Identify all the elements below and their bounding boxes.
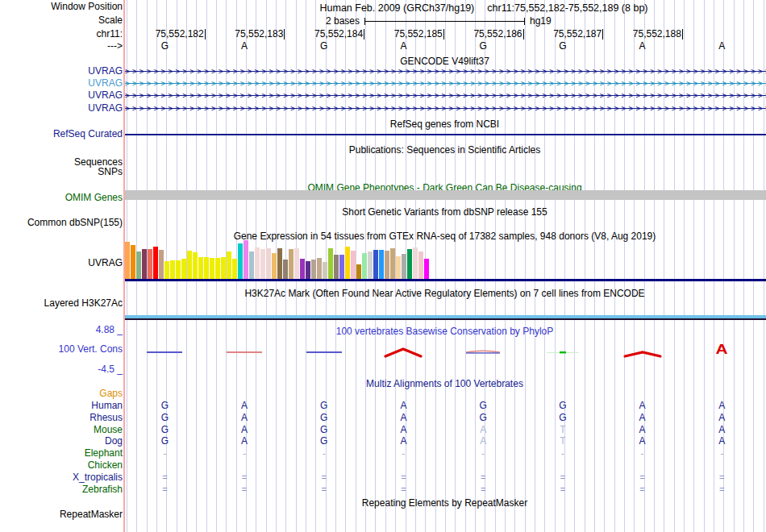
gtex-bar[interactable] [311,260,316,279]
coordinate-label: 75,552,187 [527,29,603,39]
species-label-x_tropicalis[interactable]: X_tropicalis [73,472,123,483]
gtex-bar[interactable] [418,251,423,279]
gtex-bar[interactable] [187,251,192,279]
alignment-base: A [237,436,252,447]
gtex-bar[interactable] [204,257,209,279]
gtex-bar[interactable] [215,258,220,279]
alignment-base: = [714,484,729,495]
gtex-bar[interactable] [255,247,260,279]
gtex-bar[interactable] [210,258,214,279]
alignment-base: = [237,484,252,495]
gtex-bar[interactable] [306,261,310,279]
conservation-min-label: -4.5 _ [98,364,123,375]
gtex-bar[interactable] [153,247,158,279]
gene-model-row[interactable]: >>>>>>>>>>>>>>>>>>>>>>>>>>>>>>>>>>>>>>>>… [125,103,766,114]
gtex-bar[interactable] [181,259,186,279]
gtex-bar[interactable] [424,259,429,279]
omim-genes-bar[interactable] [125,190,766,200]
species-label-rhesus[interactable]: Rhesus [90,413,123,423]
species-label-human[interactable]: Human [91,401,123,411]
gtex-bar[interactable] [277,248,282,279]
track-label-common-dbsnp[interactable]: Common dbSNP(155) [27,218,123,228]
track-label-100-vert-cons[interactable]: 100 Vert. Cons [59,344,123,355]
gtex-bar[interactable] [238,243,243,279]
gtex-bar[interactable] [164,261,169,279]
gtex-bar[interactable] [413,247,418,279]
gtex-bar[interactable] [193,252,198,279]
gtex-bar[interactable] [402,254,406,279]
gtex-gene-label[interactable]: UVRAG [88,258,123,268]
species-label-zebrafish[interactable]: Zebrafish [82,484,123,495]
gtex-bar[interactable] [385,251,389,279]
gtex-bar[interactable] [272,253,277,279]
track-label-omim-genes[interactable]: OMIM Genes [65,193,123,203]
gtex-bar[interactable] [244,240,248,279]
refseq-gene-line[interactable] [125,134,766,135]
species-label-chicken[interactable]: Chicken [88,460,123,471]
track-label-snps[interactable]: SNPs [98,167,123,177]
gtex-bar[interactable] [373,250,378,279]
gene-model-row[interactable]: >>>>>>>>>>>>>>>>>>>>>>>>>>>>>>>>>>>>>>>>… [125,66,766,77]
track-label-gaps[interactable]: Gaps [99,389,123,399]
alignment-base: = [556,472,570,483]
gtex-bar[interactable] [334,255,339,279]
gtex-bar[interactable] [266,248,271,279]
phylop-glyph [144,345,185,361]
gtex-bar[interactable] [159,250,164,279]
gtex-bar[interactable] [249,251,254,279]
gtex-bar[interactable] [176,260,181,279]
alignment-base: = [157,484,172,495]
gene-label-uvrag[interactable]: UVRAG [88,90,123,101]
alignment-base: = [237,472,252,483]
gene-model-row[interactable]: >>>>>>>>>>>>>>>>>>>>>>>>>>>>>>>>>>>>>>>>… [125,78,766,89]
alignment-base: G [157,425,172,435]
gtex-bar[interactable] [351,251,356,279]
gtex-bar[interactable] [131,245,135,279]
track-label-repeatmasker[interactable]: RepeatMasker [60,509,123,520]
track-label-layered-h3k27ac[interactable]: Layered H3K27Ac [44,298,123,309]
gtex-bar[interactable] [227,251,231,279]
gtex-bar[interactable] [125,242,130,279]
species-label-dog[interactable]: Dog [105,436,123,447]
gtex-bar[interactable] [323,262,327,279]
alignment-base: = [157,472,172,483]
gtex-bar[interactable] [362,253,367,279]
gtex-bar[interactable] [345,247,350,279]
reference-base: A [236,41,252,52]
gtex-bar[interactable] [294,248,299,279]
gtex-bar[interactable] [136,251,141,279]
gtex-bar[interactable] [170,260,175,279]
species-label-elephant[interactable]: Elephant [85,448,123,459]
gtex-bar[interactable] [407,249,412,279]
alignment-base: = [556,484,570,495]
gtex-bar[interactable] [396,256,401,279]
gene-label-uvrag[interactable]: UVRAG [88,103,123,114]
gtex-bar[interactable] [317,258,322,279]
gtex-bar[interactable] [148,249,152,279]
phylop-glyph [463,345,503,361]
gtex-bar[interactable] [289,249,293,279]
gtex-bar[interactable] [300,259,305,279]
gtex-bar[interactable] [339,255,344,279]
gtex-bar[interactable] [356,264,361,279]
coordinate-label: 75,552,185 [368,29,444,39]
chromosome-label: chr11: [97,29,123,39]
species-label-mouse[interactable]: Mouse [94,425,123,435]
gtex-bar[interactable] [368,251,373,279]
gtex-bar[interactable] [379,250,384,279]
gene-label-uvrag[interactable]: UVRAG [88,66,123,77]
gtex-bar[interactable] [198,257,203,279]
gtex-bar[interactable] [142,249,147,279]
gtex-bar[interactable] [221,257,226,279]
reference-base: G [316,41,332,52]
gene-label-uvrag[interactable]: UVRAG [88,78,123,89]
gtex-bar[interactable] [260,249,265,279]
track-label-refseq-curated[interactable]: RefSeq Curated [53,129,123,139]
alignment-base: = [714,472,729,483]
gene-model-row[interactable]: >>>>>>>>>>>>>>>>>>>>>>>>>>>>>>>>>>>>>>>>… [125,90,766,101]
gtex-bar[interactable] [390,248,395,279]
alignment-base: - [317,448,331,459]
gtex-bar[interactable] [232,259,237,279]
gtex-bar[interactable] [328,248,333,279]
gtex-bar[interactable] [283,260,288,279]
